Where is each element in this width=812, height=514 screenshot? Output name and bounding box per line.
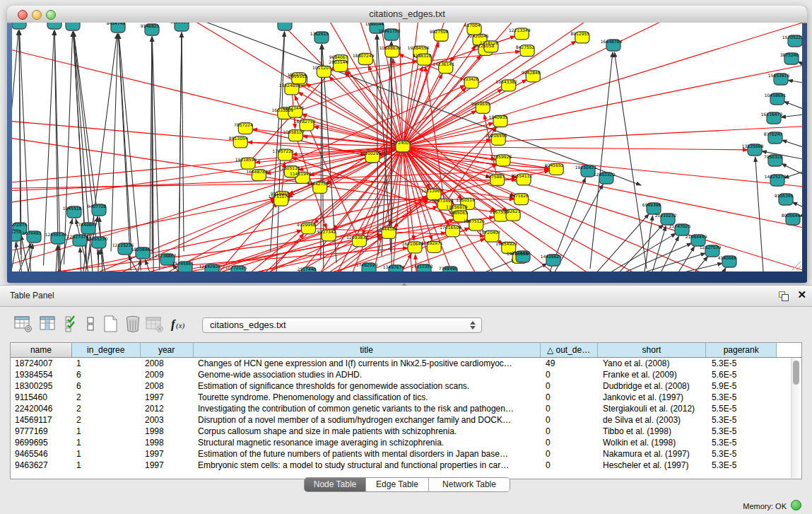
graph-edge — [690, 257, 708, 271]
graph-edge — [56, 245, 58, 271]
graph-edge — [469, 259, 517, 271]
window-titlebar[interactable]: citations_edges.txt — [7, 6, 807, 23]
graph-edge — [720, 268, 726, 271]
graph-edge — [119, 34, 131, 270]
memory-status-indicator[interactable] — [791, 500, 801, 510]
table-row[interactable]: 911546021997Tourette syndrome. Phenomeno… — [11, 392, 801, 403]
graph-node-label: 14825278 — [765, 174, 787, 179]
table-cell: Embryonic stem cells: a model to study s… — [194, 460, 541, 471]
table-row[interactable]: 946554611997Estimation of the future num… — [11, 448, 801, 460]
new-document-icon[interactable] — [102, 315, 119, 334]
column-header-year[interactable]: year — [141, 343, 194, 357]
float-panel-icon[interactable] — [779, 291, 789, 301]
network-canvas[interactable]: 1872400719384554106886391880724996840671… — [12, 23, 802, 271]
graph-node-label: 12642925 — [199, 264, 221, 269]
tab-edge-table[interactable]: Edge Table — [366, 478, 429, 491]
table-cell: 9463627 — [11, 460, 72, 471]
merge-columns-icon[interactable] — [86, 315, 96, 334]
graph-node-label: 20206556 — [486, 133, 507, 138]
graph-node-label: 11156819 — [446, 204, 468, 209]
graph-node-label: 22420046 — [467, 33, 489, 38]
table-row[interactable]: 946362711997Embryonic stem cells: a mode… — [11, 460, 801, 471]
table-settings-icon[interactable] — [14, 315, 33, 334]
graph-node-label: 14136141 — [433, 62, 454, 66]
dropdown-arrows-icon — [469, 320, 476, 330]
graph-node-label: 10065230 — [86, 236, 108, 241]
table-columns-icon[interactable] — [40, 315, 59, 334]
graph-edge — [16, 243, 23, 271]
table-cell: 0 — [541, 392, 599, 403]
graph-edge — [111, 34, 118, 251]
table-row[interactable]: 969969511998Structural magnetic resonanc… — [11, 437, 801, 448]
graph-node-label: 12403320 — [594, 172, 616, 177]
graph-node-label: 2803144 — [329, 59, 348, 64]
graph-node[interactable] — [66, 23, 80, 30]
graph-node-label: 15692971 — [421, 240, 443, 245]
graph-node-label: 12505135 — [278, 165, 300, 170]
column-header-title[interactable]: title — [194, 343, 541, 357]
scrollbar-thumb[interactable] — [793, 361, 799, 385]
graph-node[interactable] — [278, 23, 292, 30]
graph-node-label: 13942757 — [307, 181, 329, 186]
graph-node[interactable] — [47, 23, 61, 29]
table-cell: 2008 — [141, 380, 194, 392]
table-cell: 5.6E-5 — [707, 369, 778, 380]
function-icon[interactable]: f (x) — [170, 315, 191, 334]
table-cell: Disruption of a novel member of a sodium… — [194, 414, 541, 426]
table-row[interactable]: 1938455462009Genome-wide association stu… — [11, 369, 801, 380]
table-body: 1872400712008Changes of HCN gene express… — [11, 358, 801, 471]
graph-node[interactable] — [12, 23, 26, 29]
splitpane-collapse-handle[interactable] — [401, 283, 407, 286]
table-cell: 2 — [72, 403, 141, 414]
table-cell: Yano et al. (2008) — [599, 358, 707, 369]
table-panel: Table Panel ✕ — [0, 285, 812, 514]
graph-node-label: 9105345 — [775, 193, 794, 198]
graph-edge — [377, 35, 378, 255]
graph-node-label: 9684067 — [329, 54, 348, 59]
network-window: citations_edges.txt 18724007193845541068… — [7, 6, 807, 283]
table-panel-title: Table Panel — [10, 286, 54, 306]
table-row[interactable]: 977716911998Corpus callosum shape and si… — [11, 426, 801, 437]
column-header-out_de[interactable]: △ out_de… — [541, 343, 598, 357]
table-row[interactable]: 1830029562008Estimation of significance … — [11, 380, 801, 392]
table-cell: 0 — [541, 403, 599, 414]
column-header-name[interactable]: name — [11, 343, 72, 357]
table-cell: 9465546 — [11, 448, 72, 460]
table-cell: 5.9E-5 — [707, 380, 778, 392]
table-cell: 0 — [541, 437, 599, 448]
table-cell: Corpus callosum shape and size in male p… — [194, 426, 541, 437]
table-cell: de Silva et al. (2003) — [599, 414, 707, 426]
graph-edge — [792, 202, 802, 212]
delete-table-icon-disabled[interactable] — [146, 315, 165, 334]
graph-node-label: 12527039 — [700, 245, 722, 250]
vertical-scrollbar[interactable] — [791, 358, 801, 478]
table-cell: 9699695 — [11, 437, 72, 448]
graph-node-label: 18807249 — [353, 53, 375, 58]
close-panel-icon[interactable]: ✕ — [797, 288, 806, 301]
graph-node-label: 13524851 — [279, 83, 301, 88]
graph-node-label: 8427552 — [516, 45, 535, 49]
graph-edge — [614, 52, 647, 269]
graph-edge — [613, 224, 663, 271]
table-toolbar: f (x) citations_edges.txt — [0, 307, 812, 342]
column-header-short[interactable]: short — [598, 343, 707, 357]
select-columns-icon[interactable] — [64, 315, 81, 334]
table-cell: 18300295 — [11, 380, 72, 392]
tab-network-table[interactable]: Network Table — [429, 478, 510, 491]
column-header-pagerank[interactable]: pagerank — [706, 343, 777, 357]
table-row[interactable]: 1456911722003Disruption of a novel membe… — [11, 414, 801, 426]
graph-edge — [403, 23, 707, 146]
graph-node-label: 10973493 — [432, 198, 454, 203]
table-row[interactable]: 2242004622012Investigating the contribut… — [11, 403, 801, 414]
column-header-in_degree[interactable]: in_degree — [72, 343, 141, 357]
trash-icon[interactable] — [124, 315, 143, 334]
table-cell: 1 — [72, 448, 141, 460]
table-cell: 9115460 — [11, 392, 72, 403]
table-selector-dropdown[interactable]: citations_edges.txt — [202, 317, 482, 333]
table-cell: 5.3E-5 — [707, 448, 778, 460]
table-row[interactable]: 1872400712008Changes of HCN gene express… — [11, 358, 801, 369]
table-cell: 2008 — [141, 358, 194, 369]
graph-node-label: 1588520 — [170, 23, 189, 24]
tab-node-table[interactable]: Node Table — [305, 478, 366, 491]
graph-node-label: 6949396 — [642, 202, 661, 207]
